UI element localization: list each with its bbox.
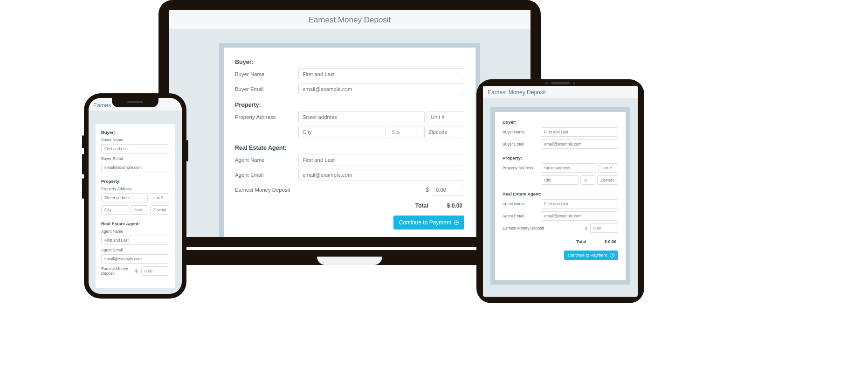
phone-side-button-icon xyxy=(186,140,188,161)
street-input[interactable] xyxy=(298,111,425,123)
agent-name-input[interactable] xyxy=(101,236,169,245)
row-buyer-email: Buyer Email xyxy=(101,156,169,172)
buyer-name-input[interactable] xyxy=(541,127,618,137)
page-title-bar: Earnest Money Deposit xyxy=(169,10,530,30)
state-select[interactable]: State xyxy=(131,205,148,215)
deposit-amount-input[interactable] xyxy=(432,184,464,196)
section-buyer-title: Buyer: xyxy=(101,130,169,135)
total-value: $ 0.00 xyxy=(447,202,462,209)
phone-device-frame: Earnes Buyer: Buyer Name Buyer Email Pro… xyxy=(84,93,186,299)
row-agent-email: Agent Email xyxy=(101,248,169,264)
buyer-name-label: Buyer Name xyxy=(503,130,537,134)
phone-side-button-icon xyxy=(82,154,84,174)
section-property-title: Property: xyxy=(235,102,464,108)
buyer-name-input[interactable] xyxy=(298,68,464,80)
row-buyer-email: Buyer Email xyxy=(503,139,618,149)
agent-email-input[interactable] xyxy=(101,254,169,264)
total-label: Total xyxy=(576,239,586,244)
deposit-amount-input[interactable] xyxy=(590,223,618,233)
section-buyer-title: Buyer: xyxy=(235,59,464,65)
zip-input[interactable] xyxy=(597,175,618,185)
continue-to-payment-button[interactable]: Continue to Payment ➔ xyxy=(564,251,618,260)
total-label: Total xyxy=(415,202,428,209)
row-deposit-amount: Earnest Money Deposit $ xyxy=(235,184,464,196)
phone-notch xyxy=(112,98,158,107)
continue-to-payment-button[interactable]: Continue to Payment ➔ xyxy=(393,216,464,230)
arrow-right-icon: ➔ xyxy=(454,220,459,225)
page-title: Earnes xyxy=(93,102,111,109)
buyer-email-label: Buyer Email xyxy=(101,156,169,161)
agent-email-label: Agent Email xyxy=(235,172,295,178)
street-input[interactable] xyxy=(101,193,148,202)
buyer-email-label: Buyer Email xyxy=(503,142,537,146)
buyer-name-label: Buyer Name xyxy=(235,71,295,77)
buyer-name-label: Buyer Name xyxy=(101,138,169,142)
currency-symbol: $ xyxy=(426,187,429,193)
city-input[interactable] xyxy=(298,126,386,138)
tablet-camera-icon xyxy=(551,82,570,84)
agent-email-input[interactable] xyxy=(541,211,618,221)
agent-name-label: Agent Name xyxy=(235,157,295,163)
page-title: Earnest Money Deposit xyxy=(309,15,391,25)
agent-name-input[interactable] xyxy=(541,199,618,209)
total-row: Total $ 0.00 xyxy=(503,239,618,244)
deposit-amount-input[interactable] xyxy=(141,266,169,276)
unit-input[interactable] xyxy=(598,163,618,173)
deposit-label: Earnest Money Deposit xyxy=(503,226,560,230)
row-agent-name: Agent Name xyxy=(503,199,618,209)
zip-input[interactable] xyxy=(150,205,169,215)
section-agent-title: Real Estate Agent: xyxy=(235,145,464,151)
cta-label: Continue to Payment xyxy=(399,219,451,226)
agent-name-label: Agent Name xyxy=(503,202,537,206)
property-address-label: Property Address xyxy=(101,187,169,191)
row-buyer-name: Buyer Name xyxy=(101,138,169,153)
buyer-email-input[interactable] xyxy=(541,139,618,149)
property-address-label: Property Address xyxy=(503,166,537,170)
street-input[interactable] xyxy=(541,163,596,173)
state-select[interactable]: St xyxy=(580,175,595,185)
state-select[interactable]: Sta xyxy=(388,126,423,138)
section-agent-title: Real Estate Agent: xyxy=(503,191,618,196)
buyer-email-input[interactable] xyxy=(101,163,169,172)
tablet-viewport: Earnest Money Deposit Buyer: Buyer Name … xyxy=(483,86,638,297)
unit-input[interactable] xyxy=(150,193,170,202)
row-agent-name: Agent Name xyxy=(235,154,464,166)
section-buyer-title: Buyer: xyxy=(503,119,618,125)
agent-email-input[interactable] xyxy=(298,169,464,181)
deposit-form-card: Buyer: Buyer Name Buyer Email Property: … xyxy=(219,43,480,237)
deposit-form-card: Buyer: Buyer Name Buyer Email Property: … xyxy=(490,107,630,285)
row-buyer-email: Buyer Email xyxy=(235,83,464,95)
row-deposit-amount: Earnest Money Deposit $ xyxy=(101,266,169,276)
agent-name-input[interactable] xyxy=(298,154,464,166)
buyer-name-input[interactable] xyxy=(101,144,169,153)
total-row: Total $ 0.00 xyxy=(235,202,464,209)
cta-label: Continue to Payment xyxy=(568,253,607,258)
phone-side-button-icon xyxy=(82,135,84,148)
section-agent-title: Real Estate Agent: xyxy=(101,221,169,226)
row-buyer-name: Buyer Name xyxy=(235,68,464,80)
row-property-address1: Property Address xyxy=(235,111,464,123)
phone-speaker-icon xyxy=(127,101,143,103)
row-buyer-name: Buyer Name xyxy=(503,127,618,137)
agent-email-label: Agent Email xyxy=(503,214,537,218)
unit-input[interactable] xyxy=(427,111,464,123)
phone-viewport: Earnes Buyer: Buyer Name Buyer Email Pro… xyxy=(89,98,182,294)
row-agent-email: Agent Email xyxy=(503,211,618,221)
property-address-label: Property Address xyxy=(235,114,295,120)
agent-email-label: Agent Email xyxy=(101,248,169,252)
city-input[interactable] xyxy=(541,175,579,185)
phone-side-button-icon xyxy=(82,178,84,199)
row-citystate: State xyxy=(101,205,169,215)
deposit-form-card: Buyer: Buyer Name Buyer Email Property: … xyxy=(96,124,175,288)
currency-symbol: $ xyxy=(585,226,587,230)
zip-input[interactable] xyxy=(424,126,464,138)
page-title: Earnest Money Deposit xyxy=(488,89,546,96)
arrow-right-icon: ➔ xyxy=(610,253,614,258)
buyer-email-input[interactable] xyxy=(298,83,464,95)
row-property-address2: Sta xyxy=(235,126,464,138)
row-street: Property Address xyxy=(101,187,169,202)
page-title-bar: Earnest Money Deposit xyxy=(483,86,638,99)
city-input[interactable] xyxy=(101,205,129,215)
section-property-title: Property: xyxy=(503,155,618,160)
total-value: $ 0.00 xyxy=(605,239,616,244)
